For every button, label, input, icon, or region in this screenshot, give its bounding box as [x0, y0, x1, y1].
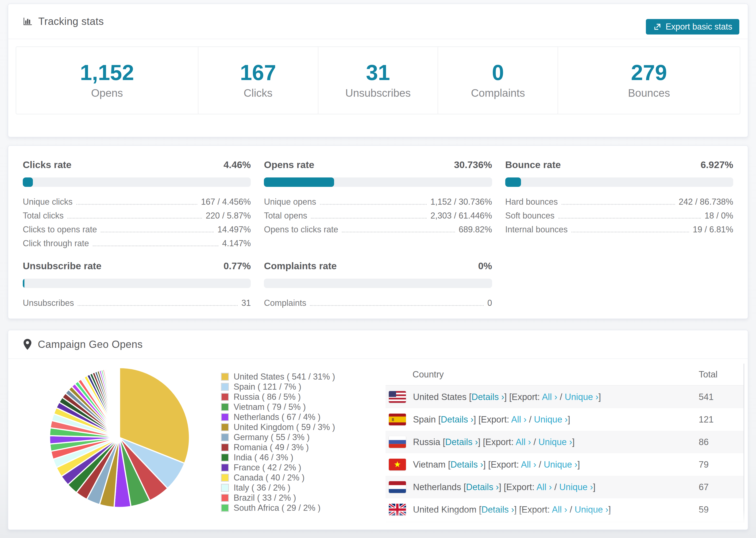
dotted-leader [311, 218, 427, 219]
details-link-united-kingdom[interactable]: Details › [482, 505, 514, 514]
legend-swatch [221, 423, 229, 431]
flag-vn-icon [389, 459, 406, 470]
rate-value: 4.46% [224, 159, 251, 170]
rate-value: 0% [478, 260, 492, 272]
legend-item-india[interactable]: India ( 46 / 3% ) [221, 452, 385, 462]
rates-grid: Clicks rate 4.46% Unique clicks 167 / 4.… [8, 146, 748, 319]
dotted-leader [93, 245, 218, 246]
total-cell: 59 [699, 505, 709, 515]
legend-swatch [221, 413, 229, 421]
rate-panel-unsubscribe-rate: Unsubscribe rate 0.77% Unsubscribes 31 [23, 260, 251, 312]
stat-opens: 1,152 Opens [16, 47, 198, 114]
rate-title: Bounce rate [505, 159, 561, 170]
rate-row-label: Soft bounces [505, 211, 555, 221]
geo-country-table: Country Total United States [Details ›] … [386, 364, 743, 530]
dotted-leader [562, 204, 675, 205]
legend-item-romania[interactable]: Romania ( 49 / 3% ) [221, 442, 385, 452]
rate-row-soft-bounces: Soft bounces 18 / 0% [505, 211, 733, 221]
export-all-link-germany[interactable]: All › [525, 527, 540, 530]
legend-item-united-states[interactable]: United States ( 541 / 31% ) [221, 372, 385, 382]
progress-bar-fill [23, 178, 33, 187]
legend-swatch [221, 454, 229, 461]
tracking-stats-header: Tracking stats Export basic stats [8, 4, 748, 39]
export-unique-link-spain[interactable]: Unique › [534, 414, 568, 424]
export-unique-link-russia[interactable]: Unique › [538, 437, 572, 447]
legend-item-brazil[interactable]: Brazil ( 33 / 2% ) [221, 493, 385, 503]
export-all-link-vietnam[interactable]: All › [521, 459, 536, 469]
flag-ru-icon [389, 436, 406, 448]
dotted-leader [342, 232, 455, 232]
legend-item-germany[interactable]: Germany ( 55 / 3% ) [221, 432, 385, 442]
export-unique-link-vietnam[interactable]: Unique › [544, 459, 577, 469]
legend-item-russia[interactable]: Russia ( 86 / 5% ) [221, 392, 385, 402]
rate-row-value: 242 / 86.738% [679, 197, 733, 207]
details-link-germany[interactable]: Details › [455, 527, 487, 530]
export-all-link-united-kingdom[interactable]: All › [552, 505, 567, 514]
map-pin-icon [23, 338, 32, 350]
legend-label: Brazil ( 33 / 2% ) [234, 493, 296, 503]
details-link-netherlands[interactable]: Details › [466, 482, 499, 492]
legend-label: Canada ( 40 / 2% ) [234, 473, 304, 483]
rate-row-label: Unique opens [264, 197, 316, 207]
legend-swatch [221, 474, 229, 482]
dotted-leader [571, 232, 689, 232]
stat-label: Unsubscribes [345, 86, 411, 99]
country-cell: United States [Details ›] [Export: All ›… [413, 392, 601, 402]
rate-row-label: Unsubscribes [23, 298, 74, 308]
export-unique-link-united-kingdom[interactable]: Unique › [575, 505, 609, 514]
legend-swatch [221, 403, 229, 411]
export-unique-link-germany[interactable]: Unique › [548, 527, 581, 530]
progress-bar-fill [23, 279, 25, 288]
dotted-leader [558, 218, 701, 219]
total-cell: 86 [699, 437, 709, 447]
details-link-russia[interactable]: Details › [445, 437, 478, 447]
rate-row-value: 689.82% [459, 225, 492, 235]
total-cell: 121 [699, 414, 714, 425]
geo-header: Campaign Geo Opens [8, 330, 748, 359]
rates-card: Clicks rate 4.46% Unique clicks 167 / 4.… [8, 145, 748, 319]
export-all-link-spain[interactable]: All › [511, 414, 526, 424]
country-cell: Netherlands [Details ›] [Export: All › /… [413, 482, 595, 492]
legend-item-italy[interactable]: Italy ( 36 / 2% ) [221, 483, 385, 493]
rate-head: Unsubscribe rate 0.77% [23, 260, 251, 272]
legend-swatch [221, 443, 229, 452]
rate-row-value: 18 / 0% [705, 211, 733, 221]
geo-title: Campaign Geo Opens [38, 339, 143, 350]
flag-gb-icon [389, 504, 406, 515]
rate-head: Bounce rate 6.927% [505, 159, 733, 170]
export-all-link-united-states[interactable]: All › [542, 392, 557, 402]
rate-row-hard-bounces: Hard bounces 242 / 86.738% [505, 197, 733, 207]
details-link-united-states[interactable]: Details › [471, 392, 504, 402]
legend-label: United States ( 541 / 31% ) [234, 372, 335, 382]
rate-row-complaints: Complaints 0 [264, 298, 492, 308]
progress-bar-track [23, 178, 251, 187]
rate-row-opens-to-clicks-rate: Opens to clicks rate 689.82% [264, 225, 492, 235]
total-cell: 541 [699, 392, 714, 402]
export-all-link-netherlands[interactable]: All › [536, 482, 552, 492]
export-basic-stats-button[interactable]: Export basic stats [646, 19, 739, 34]
rate-rows: Unique opens 1,152 / 30.736% Total opens… [264, 197, 492, 235]
legend-item-canada[interactable]: Canada ( 40 / 2% ) [221, 472, 385, 483]
legend-item-france[interactable]: France ( 42 / 2% ) [221, 462, 385, 472]
stat-value: 167 [240, 62, 276, 83]
rate-row-total-clicks: Total clicks 220 / 5.87% [23, 211, 251, 221]
export-unique-link-netherlands[interactable]: Unique › [559, 482, 593, 492]
export-unique-link-united-states[interactable]: Unique › [565, 392, 598, 402]
stat-clicks: 167 Clicks [198, 47, 318, 114]
rate-title: Complaints rate [264, 260, 337, 272]
details-link-vietnam[interactable]: Details › [451, 459, 483, 469]
export-all-link-russia[interactable]: All › [515, 437, 531, 447]
legend-item-vietnam[interactable]: Vietnam ( 79 / 5% ) [221, 402, 385, 412]
flag-de-icon [389, 526, 406, 530]
legend-item-spain[interactable]: Spain ( 121 / 7% ) [221, 382, 385, 392]
stat-label: Opens [91, 86, 123, 99]
dotted-leader [101, 232, 214, 232]
geo-opens-pie-chart[interactable] [47, 365, 192, 510]
rate-panel-bounce-rate: Bounce rate 6.927% Hard bounces 242 / 86… [505, 159, 733, 252]
table-row-spain: Spain [Details ›] [Export: All › / Uniqu… [386, 408, 743, 431]
legend-item-south-africa[interactable]: South Africa ( 29 / 2% ) [221, 503, 385, 513]
legend-item-united-kingdom[interactable]: United Kingdom ( 59 / 3% ) [221, 422, 385, 432]
country-cell: Russia [Details ›] [Export: All › / Uniq… [413, 437, 575, 447]
legend-item-netherlands[interactable]: Netherlands ( 67 / 4% ) [221, 412, 385, 422]
details-link-spain[interactable]: Details › [441, 414, 473, 424]
